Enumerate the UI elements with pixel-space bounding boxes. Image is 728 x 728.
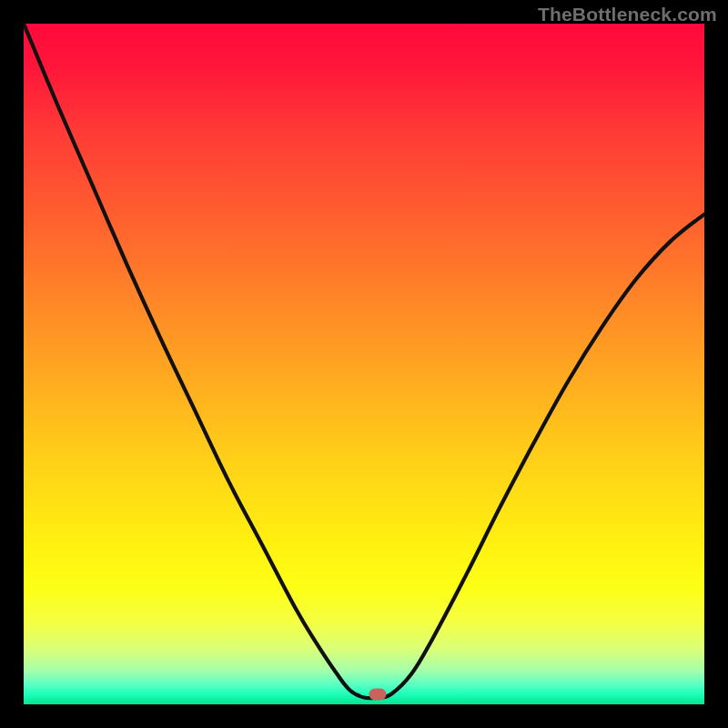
bottleneck-curve: [24, 24, 704, 704]
optimal-point-marker: [369, 688, 386, 700]
attribution-watermark: TheBottleneck.com: [538, 4, 717, 25]
chart-frame: TheBottleneck.com: [0, 0, 728, 728]
curve-path: [24, 24, 704, 698]
plot-area: [24, 24, 704, 704]
